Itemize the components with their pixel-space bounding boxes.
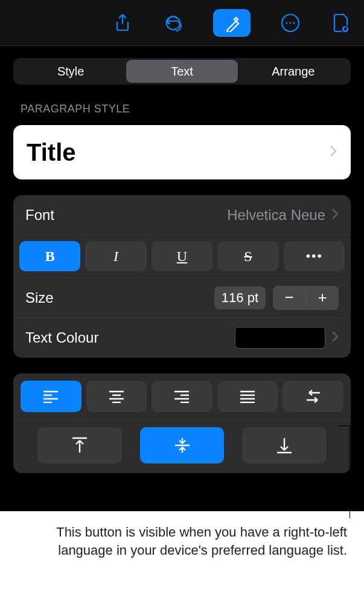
font-value: Helvetica Neue [227,207,325,224]
svg-point-1 [286,22,288,24]
callout-line [338,425,350,518]
valign-top-button[interactable] [37,427,122,463]
tab-style[interactable]: Style [15,60,126,83]
italic-button[interactable]: I [85,241,146,271]
text-direction-button[interactable] [283,381,343,412]
chevron-right-icon [331,208,339,222]
font-label: Font [25,207,227,224]
underline-button[interactable]: U [152,241,212,271]
size-stepper: − + [273,286,339,310]
size-row: Size 116 pt − + [13,278,351,318]
document-settings-icon[interactable] [330,12,352,34]
font-row[interactable]: Font Helvetica Neue [13,195,351,235]
share-icon[interactable] [112,12,133,34]
more-icon[interactable] [279,12,301,34]
paragraph-style-value: Title [27,139,329,166]
format-button[interactable] [213,9,251,37]
align-justify-button[interactable] [217,381,278,412]
text-colour-row[interactable]: Text Colour [13,318,351,358]
valign-middle-button[interactable] [140,427,225,463]
bold-button[interactable]: B [19,241,80,271]
size-field[interactable]: 116 pt [214,286,266,309]
chevron-right-icon [331,331,339,345]
valign-bottom-button[interactable] [242,427,327,463]
text-colour-label: Text Colour [25,329,235,346]
horizontal-alignment-row [13,373,351,420]
align-right-button[interactable] [152,381,212,412]
chevron-right-icon [329,144,337,160]
font-style-row: B I U S ••• [13,235,351,278]
text-colour-swatch [235,327,325,349]
size-increase-button[interactable]: + [306,286,339,310]
font-group: Font Helvetica Neue B I U S ••• Size 116… [13,195,351,358]
svg-point-2 [290,22,292,24]
align-center-button[interactable] [86,381,147,412]
format-tabs: Style Text Arrange [13,58,351,85]
tab-text[interactable]: Text [126,60,237,83]
strikethrough-button[interactable]: S [217,241,278,271]
align-left-button[interactable] [21,381,81,412]
undo-icon[interactable] [162,12,184,34]
top-toolbar [0,0,364,46]
svg-point-3 [293,22,295,24]
size-label: Size [25,289,214,306]
svg-point-5 [344,27,347,30]
paragraph-style-row[interactable]: Title [13,125,351,179]
alignment-group [13,373,351,473]
font-more-button[interactable]: ••• [284,241,345,271]
callout-caption: This button is visible when you have a r… [36,523,347,559]
size-decrease-button[interactable]: − [273,286,305,310]
vertical-alignment-row [13,420,351,473]
paragraph-style-label: PARAGRAPH STYLE [0,85,364,121]
tab-arrange[interactable]: Arrange [238,60,349,83]
